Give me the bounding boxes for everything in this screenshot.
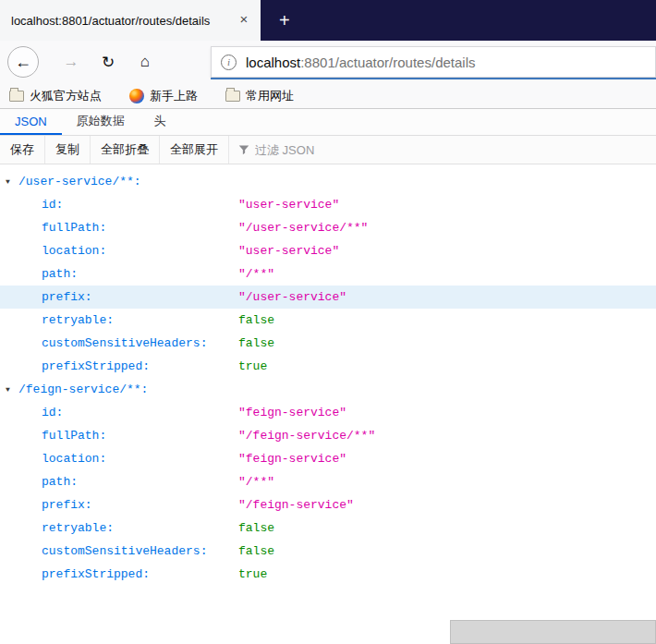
json-tree: ▼/user-service/**:id:"user-service"fullP… — [0, 164, 656, 586]
json-key: path: — [42, 267, 78, 281]
json-key: customSensitiveHeaders: — [42, 336, 207, 350]
tab-title: localhost:8801/actuator/routes/details — [11, 14, 229, 28]
bookmark-label: 新手上路 — [150, 88, 198, 104]
json-row-feign-service[interactable]: ▼/feign-service/**: — [0, 378, 656, 401]
reload-button[interactable]: ↻ — [94, 48, 122, 76]
json-key: path: — [42, 475, 78, 489]
json-value: "feign-service" — [238, 401, 346, 424]
json-key: prefix: — [42, 498, 92, 512]
json-row-prefix[interactable]: prefix:"/feign-service" — [0, 493, 656, 516]
json-key: fullPath: — [42, 221, 106, 235]
collapse-arrow-icon[interactable]: ▼ — [6, 378, 10, 401]
json-viewer-toolbar: 保存 复制 全部折叠 全部展开 — [0, 136, 656, 164]
json-row-customSensitiveHeaders[interactable]: customSensitiveHeaders:false — [0, 540, 656, 563]
browser-tab-bar: localhost:8801/actuator/routes/details ×… — [0, 0, 656, 41]
json-value: true — [238, 355, 267, 378]
json-key: id: — [42, 406, 63, 419]
navigation-toolbar: ← → ↻ ⌂ i localhost:8801/actuator/routes… — [0, 41, 656, 83]
tab-json[interactable]: JSON — [0, 109, 62, 135]
json-value: "/feign-service/**" — [238, 424, 375, 447]
url-host: localhost — [246, 55, 300, 70]
json-key: prefixStripped: — [42, 359, 150, 373]
tab-headers[interactable]: 头 — [140, 109, 181, 135]
json-value: false — [238, 540, 274, 563]
url-bar[interactable]: i localhost:8801/actuator/routes/details — [211, 46, 656, 78]
tab-raw-data[interactable]: 原始数据 — [62, 109, 140, 135]
bookmark-label: 火狐官方站点 — [30, 88, 102, 104]
tab-close-icon[interactable]: × — [235, 11, 253, 30]
json-value: true — [238, 563, 267, 586]
json-row-location[interactable]: location:"feign-service" — [0, 447, 656, 470]
collapse-arrow-icon[interactable]: ▼ — [6, 170, 10, 193]
json-key: location: — [42, 244, 106, 258]
json-value: "user-service" — [238, 193, 339, 216]
folder-icon — [9, 91, 24, 102]
url-text: localhost:8801/actuator/routes/details — [246, 55, 476, 70]
json-key: id: — [42, 198, 63, 212]
bookmark-getting-started[interactable]: 新手上路 — [129, 88, 198, 104]
bookmark-label: 常用网址 — [246, 88, 294, 104]
home-button[interactable]: ⌂ — [131, 48, 159, 76]
json-row-location[interactable]: location:"user-service" — [0, 239, 656, 262]
url-path: :8801/actuator/routes/details — [300, 55, 475, 70]
json-key: retryable: — [42, 521, 114, 535]
json-row-path[interactable]: path:"/**" — [0, 470, 656, 493]
json-row-retryable[interactable]: retryable:false — [0, 309, 656, 332]
json-row-path[interactable]: path:"/**" — [0, 262, 656, 286]
json-value: false — [238, 309, 274, 332]
browser-tab[interactable]: localhost:8801/actuator/routes/details × — [0, 0, 261, 41]
json-value: "feign-service" — [238, 447, 346, 470]
json-row-prefixStripped[interactable]: prefixStripped:true — [0, 563, 656, 586]
json-key: fullPath: — [42, 429, 106, 443]
json-value: "/**" — [238, 262, 274, 286]
expand-all-button[interactable]: 全部展开 — [160, 136, 229, 164]
filter-json-input[interactable] — [255, 143, 403, 157]
json-value: false — [238, 516, 274, 540]
filter-funnel-icon — [238, 144, 249, 155]
json-row-fullPath[interactable]: fullPath:"/feign-service/**" — [0, 424, 656, 447]
firefox-icon — [129, 89, 144, 103]
json-row-prefix[interactable]: prefix:"/user-service" — [0, 286, 656, 309]
json-key: location: — [42, 452, 106, 466]
copy-button[interactable]: 复制 — [45, 136, 91, 164]
json-key: customSensitiveHeaders: — [42, 544, 207, 558]
json-row-user-service[interactable]: ▼/user-service/**: — [0, 170, 656, 193]
json-key: retryable: — [42, 313, 114, 327]
json-value: "/user-service/**" — [238, 216, 368, 239]
forward-button[interactable]: → — [57, 48, 85, 76]
json-row-prefixStripped[interactable]: prefixStripped:true — [0, 355, 656, 378]
json-viewer-tab-bar: JSON 原始数据 头 — [0, 109, 656, 136]
json-key: prefix: — [42, 290, 92, 304]
json-value: "/feign-service" — [238, 493, 354, 516]
json-row-retryable[interactable]: retryable:false — [0, 516, 656, 540]
bottom-right-panel — [450, 620, 656, 644]
json-value: false — [238, 332, 274, 355]
back-button[interactable]: ← — [7, 46, 39, 78]
bookmark-folder-firefox-official[interactable]: 火狐官方站点 — [9, 88, 102, 104]
json-key: prefixStripped: — [42, 567, 150, 581]
new-tab-button[interactable]: + — [266, 0, 303, 41]
collapse-all-button[interactable]: 全部折叠 — [91, 136, 160, 164]
folder-icon — [225, 91, 240, 102]
json-key: /feign-service/**: — [18, 383, 148, 396]
json-row-customSensitiveHeaders[interactable]: customSensitiveHeaders:false — [0, 332, 656, 355]
json-value: "/user-service" — [238, 286, 346, 309]
json-row-fullPath[interactable]: fullPath:"/user-service/**" — [0, 216, 656, 239]
json-row-id[interactable]: id:"feign-service" — [0, 401, 656, 424]
json-row-id[interactable]: id:"user-service" — [0, 193, 656, 216]
json-value: "/**" — [238, 470, 274, 493]
bookmarks-bar: 火狐官方站点 新手上路 常用网址 — [0, 83, 656, 109]
browser-window: localhost:8801/actuator/routes/details ×… — [0, 0, 656, 644]
save-button[interactable]: 保存 — [0, 136, 45, 164]
bookmark-folder-common-sites[interactable]: 常用网址 — [225, 88, 294, 104]
json-value: "user-service" — [238, 239, 339, 262]
filter-container — [238, 143, 403, 157]
json-key: /user-service/**: — [18, 175, 141, 188]
page-info-icon[interactable]: i — [221, 55, 237, 70]
